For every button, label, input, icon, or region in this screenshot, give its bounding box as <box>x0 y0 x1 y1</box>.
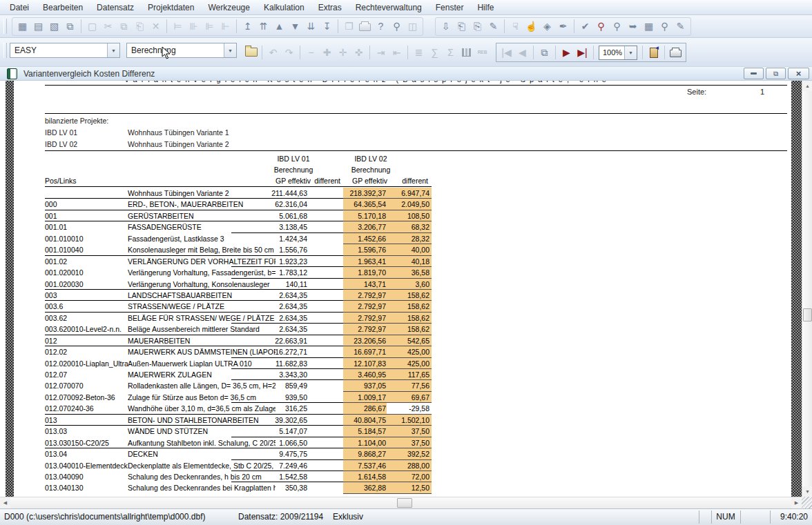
scroll-down-arrow-icon[interactable]: ▼ <box>802 486 812 497</box>
add-row-above-icon[interactable]: ✚ <box>319 44 335 60</box>
sum-positions-icon[interactable]: ∑ <box>427 44 443 60</box>
row-up-icon[interactable]: ▲ <box>271 19 287 34</box>
zoom-combobox-value[interactable]: 100% <box>599 46 624 59</box>
paste-icon[interactable]: ⎗ <box>132 19 148 34</box>
scroll-top-icon[interactable]: ↥ <box>240 19 255 34</box>
page-down-icon[interactable]: ⇊ <box>303 19 319 34</box>
menu-item[interactable]: Werkzeuge <box>201 1 256 14</box>
exit-door-icon[interactable] <box>646 45 661 61</box>
menu-item[interactable]: Datensatz <box>90 1 141 14</box>
output-to-end-icon[interactable]: ▶| <box>574 45 590 61</box>
hand-down-icon[interactable]: ☟ <box>508 19 523 34</box>
view-combobox[interactable]: Berechnung ▼ <box>126 43 237 58</box>
search-globe-icon[interactable]: ⚲ <box>389 19 405 34</box>
minimize-button[interactable] <box>744 68 764 79</box>
cell-gp-effektiv-lv2: 2.792,97 <box>343 313 387 324</box>
tree-append-icon[interactable]: ⊫ <box>202 19 218 34</box>
clipboard-list-icon[interactable]: ⎘ <box>470 19 485 34</box>
page-table-icon[interactable]: ▦ <box>641 19 657 34</box>
menu-item[interactable]: Bearbeiten <box>36 1 90 14</box>
letter-icon[interactable]: ▤ <box>30 19 46 34</box>
print-icon[interactable] <box>357 19 373 34</box>
restore-button[interactable]: ⧉ <box>766 68 786 79</box>
sum-icon[interactable]: Σ <box>443 44 458 60</box>
start-output-icon[interactable]: ▶ <box>559 45 574 61</box>
columns-icon[interactable]: ◫ <box>405 19 420 34</box>
cut-icon[interactable]: ✂ <box>100 19 116 34</box>
view-combobox-value[interactable]: Berechnung <box>127 43 224 57</box>
image-icon[interactable]: ▧ <box>46 19 62 34</box>
first-page-icon[interactable]: |◀ <box>499 45 514 61</box>
copy-pages-icon[interactable]: ⧉ <box>536 45 552 61</box>
add-row-icon[interactable]: ✛ <box>335 44 351 60</box>
menu-item[interactable]: Fenster <box>429 1 471 14</box>
toolbar-grip-2[interactable] <box>3 43 7 58</box>
add-row-copy-icon[interactable]: ✜ <box>351 44 367 60</box>
new-document-icon[interactable]: ▢ <box>84 19 100 34</box>
profile-combobox[interactable]: EASY ▼ <box>10 43 120 58</box>
chevron-down-icon[interactable]: ▼ <box>224 43 236 57</box>
page-up-icon[interactable]: ⇈ <box>255 19 271 34</box>
page-check-icon[interactable]: ✔ <box>577 19 593 34</box>
menu-bar: DateiBearbeitenDatensatzProjektdatenWerk… <box>0 0 812 15</box>
tree-insert-sub-icon[interactable]: ⊪ <box>186 19 202 34</box>
undo-icon[interactable]: ↶ <box>265 44 281 60</box>
report-icon[interactable]: ▦ <box>14 19 30 34</box>
help-icon[interactable]: ? <box>373 19 389 34</box>
chart-icon[interactable] <box>458 44 474 60</box>
copy-icon[interactable]: ⧉ <box>116 19 132 34</box>
menu-item[interactable]: Extras <box>311 1 349 14</box>
dart-icon[interactable]: ✒ <box>555 19 571 34</box>
row-down-icon[interactable]: ▼ <box>287 19 303 34</box>
profile-combobox-value[interactable]: EASY <box>10 43 107 57</box>
window-grid-icon[interactable]: ◈ <box>539 19 555 34</box>
scroll-up-arrow-icon[interactable]: ▲ <box>802 81 812 91</box>
insert-position-icon[interactable]: ⇥ <box>373 44 389 60</box>
remove-row-icon[interactable]: − <box>303 44 319 60</box>
menu-item[interactable]: Hilfe <box>470 1 501 14</box>
tree-append-sub-icon[interactable]: ⊩ <box>218 19 233 34</box>
horizontal-scroll-thumb[interactable] <box>397 498 412 508</box>
print-report-icon[interactable] <box>668 45 684 61</box>
tree-insert-icon[interactable]: ⊨ <box>170 19 186 34</box>
delete-icon[interactable]: ✕ <box>148 19 164 34</box>
page-forward-icon[interactable]: ➥ <box>625 19 641 34</box>
insert-text-icon[interactable]: ⇤ <box>389 44 405 60</box>
search-red-icon[interactable]: ⚲ <box>593 19 609 34</box>
menu-item[interactable]: Kalkulation <box>257 1 311 14</box>
menu-item[interactable]: Datei <box>3 1 36 14</box>
zoom-combobox[interactable]: 100% ▼ <box>599 46 637 60</box>
clipboard-icon[interactable]: ⎗ <box>454 19 470 34</box>
hand-up-icon[interactable]: ☝ <box>523 19 539 34</box>
resize-grip[interactable] <box>802 497 812 508</box>
open-report-icon[interactable] <box>243 44 259 60</box>
toolbar-grip[interactable] <box>3 19 7 34</box>
toolbar-separator <box>81 19 81 33</box>
scroll-bottom-icon[interactable]: ↧ <box>319 19 335 34</box>
vertical-scrollbar[interactable]: ▲ ▼ <box>802 81 812 497</box>
page-edit-icon[interactable]: ✎ <box>673 19 688 34</box>
reb-icon[interactable]: REB <box>474 44 490 60</box>
cell-different-lv1 <box>307 290 338 301</box>
column-header-lv2: IBD LV 02 <box>329 155 412 163</box>
prev-page-icon[interactable]: ◀ <box>514 45 530 61</box>
menu-item[interactable]: Projektdaten <box>141 1 201 14</box>
scroll-left-arrow-icon[interactable]: ◀ <box>0 497 10 508</box>
document-window-titlebar[interactable]: Variantenvergleich Kosten Differenz ⧉ × <box>0 67 812 81</box>
menu-item[interactable]: Rechteverwaltung <box>349 1 429 14</box>
project-stack-icon[interactable]: ⧉ <box>62 19 78 34</box>
outline-list-icon[interactable]: ≣ <box>411 44 427 60</box>
paste-append-icon[interactable]: ⇩ <box>438 19 454 34</box>
close-button[interactable]: × <box>788 68 809 79</box>
chevron-down-icon[interactable]: ▼ <box>624 46 637 59</box>
search-dark-icon[interactable]: ⚲ <box>609 19 625 34</box>
column-header-gp2: GP effektiv <box>343 177 387 185</box>
horizontal-scrollbar[interactable]: ◀ ▶ <box>0 497 802 508</box>
scroll-right-arrow-icon[interactable]: ▶ <box>791 497 802 508</box>
clipboard-edit-icon[interactable]: ✎ <box>485 19 501 34</box>
redo-icon[interactable]: ↷ <box>281 44 297 60</box>
print-preview-icon[interactable]: ❐ <box>341 19 357 34</box>
search-icon[interactable]: ⚲ <box>657 19 673 34</box>
vertical-scroll-thumb[interactable] <box>803 308 812 321</box>
chevron-down-icon[interactable]: ▼ <box>107 43 119 57</box>
